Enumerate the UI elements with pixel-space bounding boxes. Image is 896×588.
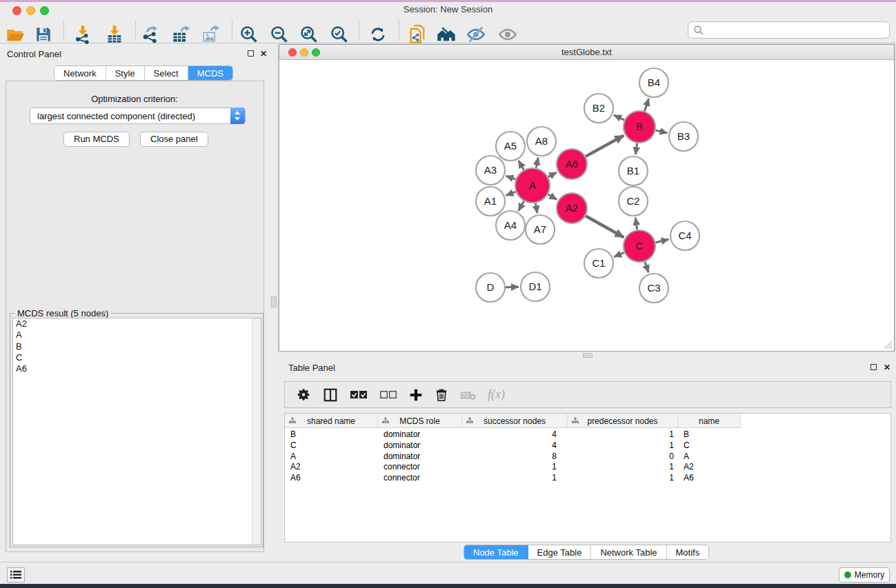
- delete-column-icon[interactable]: [435, 387, 448, 403]
- deselect-all-columns-icon[interactable]: [379, 390, 397, 400]
- open-session-icon[interactable]: [3, 23, 27, 46]
- graph-edge-A-A2[interactable]: [548, 194, 557, 199]
- add-column-icon[interactable]: [409, 388, 423, 402]
- close-panel-icon[interactable]: ✕: [884, 363, 890, 372]
- column-header-MCDS-role[interactable]: MCDS role: [378, 414, 462, 428]
- tab-motifs[interactable]: Motifs: [667, 545, 709, 559]
- graph-node-A3[interactable]: A3: [476, 156, 505, 185]
- tab-network-table[interactable]: Network Table: [591, 545, 666, 559]
- zoom-network-button[interactable]: [312, 48, 320, 57]
- graph-edge-A-A5[interactable]: [519, 161, 524, 170]
- graph-edge-B-B3[interactable]: [655, 130, 667, 133]
- memory-button[interactable]: Memory: [839, 567, 890, 582]
- graph-edge-A-A8[interactable]: [536, 158, 538, 168]
- graph-node-B1[interactable]: B1: [619, 156, 648, 185]
- divider-grip[interactable]: [583, 353, 593, 358]
- close-network-button[interactable]: [288, 48, 297, 57]
- search-input[interactable]: [688, 21, 890, 39]
- graph-node-B[interactable]: B: [624, 111, 655, 143]
- graph-edge-A-A4[interactable]: [519, 201, 524, 211]
- graph-edge-C-C4[interactable]: [655, 239, 668, 242]
- graph-node-C3[interactable]: C3: [639, 274, 668, 303]
- scrollbar-track[interactable]: [252, 318, 261, 545]
- tab-network[interactable]: Network: [54, 66, 106, 80]
- tab-node-table[interactable]: Node Table: [464, 545, 528, 559]
- mcds-result-item[interactable]: B: [13, 341, 261, 352]
- criterion-dropdown[interactable]: largest connected component (directed): [30, 108, 246, 124]
- graph-node-A8[interactable]: A8: [527, 127, 556, 156]
- graph-node-A5[interactable]: A5: [496, 132, 525, 161]
- column-header-predecessor-nodes[interactable]: predecessor nodes: [568, 414, 678, 428]
- column-header-name[interactable]: name: [678, 414, 741, 428]
- graph-edge-A6-B[interactable]: [586, 136, 624, 156]
- float-panel-icon[interactable]: [248, 50, 254, 57]
- column-header-shared-name[interactable]: shared name: [285, 414, 378, 428]
- graph-node-D[interactable]: D: [476, 273, 505, 302]
- import-network-icon[interactable]: [71, 23, 94, 46]
- graph-node-C4[interactable]: C4: [670, 221, 699, 250]
- zoom-fit-icon[interactable]: [297, 23, 321, 46]
- graph-node-A4[interactable]: A4: [496, 211, 525, 240]
- show-all-eye-icon[interactable]: [496, 23, 519, 46]
- graph-edge-A-A7[interactable]: [535, 203, 537, 214]
- new-network-from-selection-icon[interactable]: [406, 23, 429, 46]
- window-resize-grip-icon[interactable]: [884, 341, 893, 349]
- graph-edge-C-C2[interactable]: [635, 218, 637, 230]
- export-table-icon[interactable]: [169, 23, 192, 46]
- hide-selected-eye-icon[interactable]: [464, 23, 488, 46]
- run-mcds-button[interactable]: Run MCDS: [63, 132, 130, 147]
- divider-grip[interactable]: [271, 296, 277, 307]
- graph-node-A1[interactable]: A1: [476, 187, 505, 216]
- task-list-button[interactable]: [7, 567, 25, 582]
- tab-select[interactable]: Select: [145, 66, 188, 80]
- zoom-window-button[interactable]: [40, 6, 49, 15]
- graph-edge-B-B4[interactable]: [644, 99, 648, 111]
- zoom-selected-icon[interactable]: [328, 23, 351, 46]
- graph-node-B3[interactable]: B3: [669, 122, 698, 151]
- float-panel-icon[interactable]: [870, 364, 877, 370]
- import-table-icon[interactable]: [103, 23, 126, 46]
- graph-edge-C-C3[interactable]: [645, 262, 648, 273]
- tab-style[interactable]: Style: [106, 66, 145, 80]
- graph-edge-B-B1[interactable]: [635, 143, 637, 154]
- graph-edge-A-A6[interactable]: [548, 172, 557, 177]
- close-panel-button[interactable]: Close panel: [140, 132, 208, 147]
- table-row[interactable]: Adominator80A: [285, 452, 741, 463]
- graph-edge-B-B2[interactable]: [614, 115, 624, 120]
- table-row[interactable]: Cdominator41C: [285, 440, 741, 452]
- mcds-result-item[interactable]: A: [13, 330, 261, 341]
- settings-gear-icon[interactable]: [297, 387, 311, 402]
- graph-node-B2[interactable]: B2: [584, 94, 613, 123]
- network-graph-canvas[interactable]: B4B2BB3A5A8A6A3AB1A1C2A2A4A7CC4C1C3DD1: [279, 60, 894, 351]
- graph-node-B4[interactable]: B4: [639, 68, 668, 97]
- table-row[interactable]: Bdominator41B: [285, 429, 741, 440]
- graph-edge-C-C1[interactable]: [614, 252, 624, 256]
- show-column-icon[interactable]: [323, 387, 338, 403]
- graph-node-A7[interactable]: A7: [526, 215, 555, 244]
- mcds-result-item[interactable]: C: [13, 352, 261, 363]
- minimize-window-button[interactable]: [26, 6, 35, 15]
- minimize-network-button[interactable]: [300, 48, 308, 57]
- graph-edge-A2-C[interactable]: [586, 216, 624, 237]
- tab-edge-table[interactable]: Edge Table: [528, 545, 592, 559]
- graph-node-C2[interactable]: C2: [619, 187, 648, 216]
- graph-node-A[interactable]: A: [515, 168, 550, 203]
- zoom-out-icon[interactable]: [268, 23, 291, 46]
- close-panel-icon[interactable]: ✕: [260, 50, 267, 58]
- table-row[interactable]: A2connector11A2: [285, 462, 741, 473]
- graph-node-A2[interactable]: A2: [557, 193, 587, 223]
- tab-mcds[interactable]: MCDS: [188, 66, 232, 80]
- graph-node-D1[interactable]: D1: [521, 272, 550, 301]
- export-network-icon[interactable]: [139, 23, 162, 46]
- home-layout-icon[interactable]: [435, 23, 458, 46]
- graph-edge-A-A1[interactable]: [506, 192, 515, 195]
- graph-node-A6[interactable]: A6: [557, 149, 587, 179]
- table-row[interactable]: A6connector11A6: [285, 473, 741, 484]
- graph-node-C1[interactable]: C1: [584, 249, 613, 278]
- mcds-result-item[interactable]: A6: [13, 363, 261, 374]
- save-session-icon[interactable]: [32, 23, 55, 46]
- refresh-view-icon[interactable]: [366, 23, 390, 46]
- mcds-result-item[interactable]: A2: [13, 318, 261, 330]
- column-header-successor-nodes[interactable]: successor nodes: [462, 414, 568, 428]
- graph-edge-A-A3[interactable]: [506, 176, 516, 179]
